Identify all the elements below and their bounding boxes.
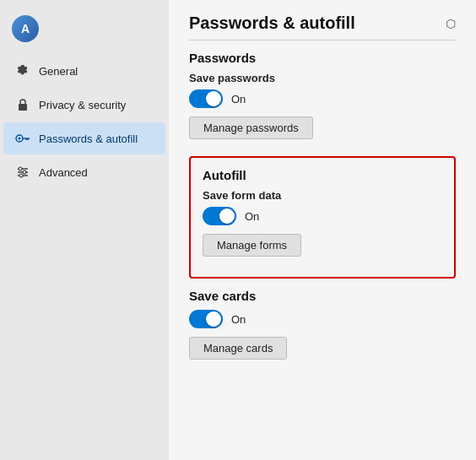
- svg-point-6: [19, 167, 22, 170]
- autofill-section: Autofill Save form data On Manage forms: [189, 156, 456, 279]
- app-logo: A: [12, 15, 39, 42]
- header-divider: [189, 40, 456, 41]
- sidebar-item-passwords-autofill[interactable]: Passwords & autofill: [3, 122, 165, 154]
- save-form-data-toggle-row: On: [203, 207, 442, 225]
- svg-point-7: [23, 170, 26, 174]
- sidebar-item-general-label: General: [39, 65, 78, 78]
- save-cards-toggle-label: On: [231, 313, 246, 326]
- window: A General Priva: [0, 0, 476, 460]
- save-passwords-label: Save passwords: [189, 72, 456, 84]
- pin-icon[interactable]: ⬡: [446, 17, 456, 30]
- save-passwords-toggle-label: On: [231, 93, 246, 106]
- autofill-title: Autofill: [203, 168, 442, 182]
- page-title: Passwords & autofill: [189, 14, 355, 33]
- key-icon: [15, 131, 30, 146]
- main-content: Passwords & autofill ⬡ Passwords Save pa…: [169, 0, 476, 460]
- sidebar-item-privacy-label: Privacy & security: [39, 99, 126, 111]
- sidebar-item-privacy-security[interactable]: Privacy & security: [3, 89, 165, 121]
- cards-section: Save cards On Manage cards: [189, 289, 456, 370]
- sidebar-item-advanced[interactable]: Advanced: [3, 156, 165, 188]
- save-passwords-toggle[interactable]: [189, 89, 223, 108]
- sidebar: A General Priva: [0, 0, 169, 460]
- logo-area: A: [0, 7, 169, 54]
- passwords-section: Passwords Save passwords On Manage passw…: [189, 51, 456, 149]
- lock-icon: [15, 97, 30, 112]
- manage-cards-button[interactable]: Manage cards: [189, 337, 287, 360]
- sidebar-item-advanced-label: Advanced: [39, 166, 88, 179]
- save-cards-label: Save cards: [189, 289, 456, 303]
- manage-forms-button[interactable]: Manage forms: [203, 234, 301, 257]
- save-cards-toggle[interactable]: [189, 310, 223, 328]
- passwords-title: Passwords: [189, 51, 456, 65]
- save-form-data-toggle-label: On: [245, 210, 259, 223]
- sidebar-item-general[interactable]: General: [3, 55, 165, 87]
- manage-passwords-button[interactable]: Manage passwords: [189, 116, 313, 139]
- save-cards-toggle-row: On: [189, 310, 456, 328]
- save-form-data-label: Save form data: [203, 189, 442, 202]
- svg-point-2: [19, 138, 21, 140]
- svg-rect-0: [19, 104, 27, 111]
- save-passwords-toggle-row: On: [189, 89, 456, 108]
- gear-icon: [15, 63, 30, 78]
- svg-point-8: [19, 174, 23, 177]
- layout: A General Priva: [0, 0, 476, 460]
- sliders-icon: [15, 165, 30, 180]
- save-form-data-toggle[interactable]: [203, 207, 236, 225]
- page-header: Passwords & autofill ⬡: [189, 14, 456, 33]
- sidebar-item-passwords-label: Passwords & autofill: [39, 133, 138, 145]
